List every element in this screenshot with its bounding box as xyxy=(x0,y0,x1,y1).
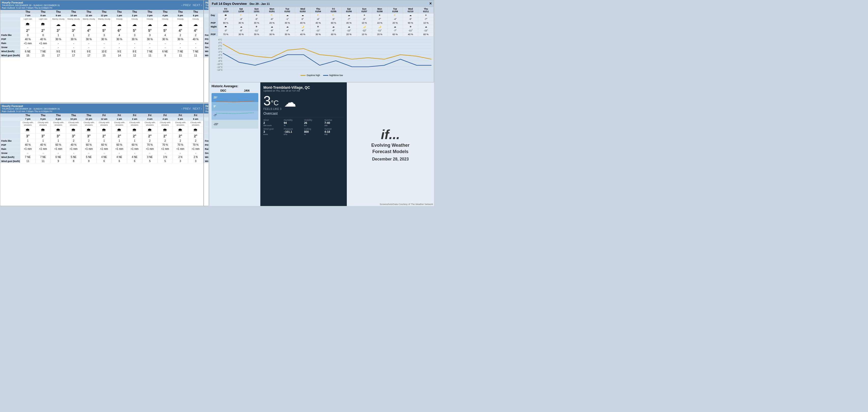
fourteen-day-table: Fri12/29 Sat12/30 Sun12/31 Mon01/01 Tue0… xyxy=(210,7,434,36)
svg-text:-4°C: -4°C xyxy=(218,54,222,56)
top-left-condition-row: Light rainLight rainMainly cloudyMainly … xyxy=(0,17,203,21)
svg-text:-10°C: -10°C xyxy=(217,63,223,65)
fourteen-day-temp-row: 3°-3°-5°-6°-1°0°-4°-5°-7°-6°-7°-4°-5°-7° xyxy=(210,17,434,21)
top-left-wind-row: Wind (km/h) 6 NE7 NE9 E9 E9 E10 E9 E8 E7… xyxy=(0,49,203,53)
top-left-rain: Rain Outlook: 5-10 mm 7:00am Thu to 6:00… xyxy=(2,7,60,9)
cloud-icon: ☁ xyxy=(284,95,296,109)
cw-condition: Overcast xyxy=(264,111,344,115)
legend-day: Daytime high xyxy=(301,74,320,77)
legend-day-color xyxy=(301,75,306,76)
fourteen-night-icon-row: Night 🌧☁❄☁☁🌙❄☁☁🌙🌙☁❄☁ xyxy=(210,25,434,29)
top-left-subtitle: THURSDAY, DECEMBER 28 - SUNDAY, DECEMBER… xyxy=(2,4,60,7)
top-left-temp-row: 2°2°3°3°4°5°6°5°5°5°4°4° xyxy=(0,28,203,33)
historic-dec-label: DEC xyxy=(220,89,226,92)
bottom-left-hourly-panel: Hourly Forecast THURSDAY, DECEMBER 28 - … xyxy=(0,104,204,206)
if-logo: if... xyxy=(381,127,400,142)
svg-text:-14°C: -14°C xyxy=(217,69,223,71)
svg-text:4°C: 4°C xyxy=(218,41,222,44)
cw-main: 3°C FEELS LIKE 3 ☁ xyxy=(264,94,344,110)
cw-sunrise: Sunrise 7:40 AM xyxy=(324,119,344,127)
bottom-right-section: Historic Averages: DEC JAN 25° 9° xyxy=(210,82,434,206)
historic-lines-svg xyxy=(212,93,258,129)
top-left-feels-row: Feels like 001123433422 xyxy=(0,33,203,37)
cw-sunset: Sunset 4:18 PM xyxy=(324,128,344,136)
cw-details: Wind 2 SW km/h Humidity 94 % Visibility … xyxy=(264,119,344,136)
left-panels: Hourly Forecast THURSDAY, DECEMBER 28 - … xyxy=(0,0,209,206)
bottom-left-subtitle: THURSDAY, DECEMBER 28 - SUNDAY, DECEMBER… xyxy=(2,108,60,110)
fourteen-day-title: Full 14 Days Overview xyxy=(212,2,247,6)
current-weather-panel: Mont-Tremblant-Village, QC Updated on Th… xyxy=(260,82,347,206)
fourteen-day-panel: Full 14 Days Overview Dec 29 - Jan 11 × … xyxy=(210,0,434,82)
cw-ceiling: Ceiling 800 m xyxy=(304,128,323,136)
cw-visibility: Visibility 26 km xyxy=(304,119,323,127)
historic-averages-panel: Historic Averages: DEC JAN 25° 9° xyxy=(210,82,260,206)
top-left-snow-row: Snow ------------ xyxy=(0,45,203,49)
bottom-left-title: Hourly Forecast xyxy=(2,105,60,108)
svg-text:-8°C: -8°C xyxy=(218,60,222,62)
screenshots-note: Screenshots/Data Courtesy of The Weather… xyxy=(380,203,433,205)
top-row-panels: Hourly Forecast THURSDAY, DECEMBER 28 - … xyxy=(0,0,209,102)
top-left-icon-row: 🌧 🌧 ☁ ☁ ☁ ☁ ☁ ☁ ☁ ☁ ☁ ☁ xyxy=(0,21,203,28)
cw-humidity: Humidity 94 % xyxy=(284,119,303,127)
main-container: Hourly Forecast THURSDAY, DECEMBER 28 - … xyxy=(0,0,434,206)
top-left-hourly-panel: Hourly Forecast THURSDAY, DECEMBER 28 - … xyxy=(0,0,204,102)
legend-day-label: Daytime high xyxy=(307,74,320,77)
cw-pressure: Pressure ↑101.1 kPa xyxy=(284,128,303,136)
cw-location: Mont-Tremblant-Village, QC xyxy=(264,85,344,90)
fourteen-day-icon-row: Day 🌧⛅☀⛅☁☁⛅⛅☁☀☀⛅☁☀ xyxy=(210,13,434,17)
svg-text:2°C: 2°C xyxy=(218,45,222,47)
svg-text:-12°C: -12°C xyxy=(217,66,223,68)
fourteen-night-pop-row: POP 70 %30 %30 %30 %30 %40 %30 %60 %20 %… xyxy=(210,33,434,36)
svg-text:0°C: 0°C xyxy=(218,48,222,50)
fourteen-day-header: Full 14 Days Overview Dec 29 - Jan 11 × xyxy=(210,0,434,7)
temperature-chart-svg: 6°C 4°C 2°C 0°C -2°C -4°C -6°C -8°C -10°… xyxy=(211,37,433,73)
cw-degree: °C xyxy=(271,99,279,107)
cw-updated: Updated on Thu, Dec 28 at 7:07 AM xyxy=(264,90,344,92)
top-left-table: ThuThuThuThuThuThuThuThuThuThuThuThu 7 a… xyxy=(0,10,204,58)
top-left-pop-row: POP 40 %40 %30 %30 %30 %30 %30 %30 %30 %… xyxy=(0,37,203,41)
bottom-left-rain: Rain Outlook: 5-10 mm 7:00am Thu to 6:00… xyxy=(2,110,60,113)
top-left-next[interactable]: NEXT › xyxy=(193,4,202,7)
if-tagline: Evolving WeatherForecast Models xyxy=(371,142,410,155)
top-left-rain-row: Rain <1 mm<1 mm---------- xyxy=(0,41,203,45)
fourteen-day-range: Dec 29 - Jan 11 xyxy=(250,2,270,5)
if-date: December 28, 2023 xyxy=(372,157,409,161)
cw-feels-val: 3 xyxy=(280,107,281,110)
cw-temp: 3 xyxy=(264,93,271,108)
svg-text:-6°C: -6°C xyxy=(218,57,222,59)
historic-chart-container: 25° 9° -7° -23° xyxy=(212,93,258,129)
fourteen-night-temp-row: -3°-9°-11°-8°-4°-4°-11°-8°-12°-12°-11°-7… xyxy=(210,29,434,33)
right-panels: Full 14 Days Overview Dec 29 - Jan 11 × … xyxy=(210,0,434,206)
fourteen-day-pop-row: POP 80 %30 %30 %20 %30 %40 %40 %60 %40 %… xyxy=(210,21,434,25)
top-left-nav[interactable]: ‹ PREV NEXT › xyxy=(181,4,202,7)
chart-legend: Daytime high Nighttime low xyxy=(211,73,433,77)
fourteen-day-chart: 6°C 4°C 2°C 0°C -2°C -4°C -6°C -8°C -10°… xyxy=(210,36,434,82)
fourteen-day-date-header-row: Fri12/29 Sat12/30 Sun12/31 Mon01/01 Tue0… xyxy=(210,7,434,13)
bottom-left-nav[interactable]: ‹ PREV NEXT › xyxy=(181,107,202,110)
top-left-prev[interactable]: ‹ PREV xyxy=(181,4,191,7)
bottom-left-next[interactable]: NEXT › xyxy=(193,107,202,110)
top-left-header: Hourly Forecast THURSDAY, DECEMBER 28 - … xyxy=(0,0,204,10)
svg-text:6°C: 6°C xyxy=(218,38,222,41)
if-branding-panel: if... Evolving WeatherForecast Models De… xyxy=(347,82,434,206)
cw-feels-label: FEELS LIKE xyxy=(264,107,279,110)
historic-title: Historic Averages: xyxy=(212,84,258,88)
fourteen-day-close[interactable]: × xyxy=(429,1,432,6)
bottom-left-prev[interactable]: ‹ PREV xyxy=(181,107,191,110)
bottom-left-table: ThuThuThuThuThuFriFriFriFriFriFriFri 7 p… xyxy=(0,113,204,163)
legend-night-color xyxy=(323,75,328,76)
top-left-day-row: ThuThuThuThuThuThuThuThuThuThuThuThu xyxy=(0,10,203,14)
top-left-title: Hourly Forecast xyxy=(2,1,60,4)
top-left-gust-row: Wind gust (km/h) 15151717171514121191111 xyxy=(0,53,203,57)
bottom-left-header: Hourly Forecast THURSDAY, DECEMBER 28 - … xyxy=(0,104,204,113)
cw-wind: Wind 2 SW km/h xyxy=(264,119,283,127)
top-left-time-row: 7 am8 am9 am10 am11 am12 pm1 pm2 pm3 pm4… xyxy=(0,14,203,17)
historic-jan-label: JAN xyxy=(244,89,249,92)
svg-text:-2°C: -2°C xyxy=(218,51,222,53)
legend-night: Nighttime low xyxy=(323,74,343,77)
legend-night-label: Nighttime low xyxy=(329,74,343,77)
bottom-row-panels: Hourly Forecast THURSDAY, DECEMBER 28 - … xyxy=(0,104,209,206)
cw-wind-gust: Wind gust 3 km/h xyxy=(264,128,283,136)
